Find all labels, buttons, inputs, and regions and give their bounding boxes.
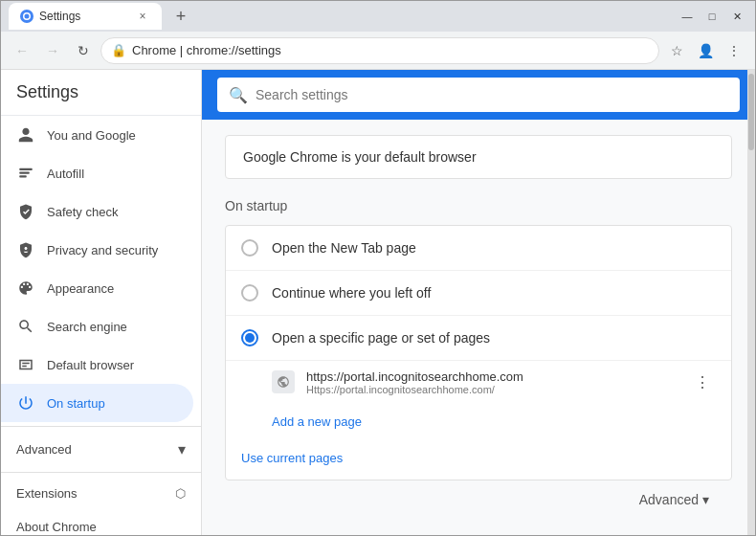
power-icon (16, 393, 35, 413)
sidebar-label-privacy-security: Privacy and security (47, 243, 158, 257)
url-favicon (272, 370, 295, 393)
add-new-page: Add a new page (226, 403, 731, 439)
sidebar-item-you-google[interactable]: You and Google (1, 116, 193, 154)
bottom-advanced-arrow[interactable]: ▾ (702, 492, 709, 507)
radio-option-continue[interactable]: Continue where you left off (226, 271, 731, 316)
radio-label-new-tab: Open the New Tab page (272, 240, 416, 256)
window-controls: — □ ✕ (677, 6, 747, 27)
svg-rect-1 (19, 172, 30, 174)
use-current-pages-link[interactable]: Use current pages (241, 451, 343, 465)
browser-icon (16, 355, 35, 374)
sidebar-label-safety-check: Safety check (47, 205, 118, 219)
browser-tab[interactable]: Settings × (9, 3, 162, 30)
bottom-advanced: Advanced ▾ (225, 480, 732, 519)
sidebar-divider-2 (1, 472, 201, 473)
nav-right-buttons: ☆ 👤 ⋮ (663, 37, 747, 64)
person-icon (16, 125, 35, 145)
startup-url-item: https://portal.incognitosearchhome.com H… (226, 361, 731, 403)
main-content: 🔍 Google Chrome is your default browser … (202, 70, 755, 535)
sidebar-label-default-browser: Default browser (47, 358, 134, 372)
shield-check-icon (16, 202, 35, 221)
url-info: https://portal.incognitosearchhome.com H… (306, 369, 678, 395)
sidebar-item-safety-check[interactable]: Safety check (1, 192, 193, 231)
sidebar-item-default-browser[interactable]: Default browser (1, 346, 193, 384)
radio-continue[interactable] (241, 284, 258, 302)
sidebar-item-on-startup[interactable]: On startup (1, 384, 193, 422)
autofill-icon (16, 164, 35, 183)
browser-frame: Settings × + — □ ✕ ← → ↻ 🔒 Chrome | chro… (0, 0, 756, 536)
tab-title: Settings (39, 10, 80, 23)
radio-specific[interactable] (241, 329, 258, 346)
bottom-advanced-label[interactable]: Advanced (639, 492, 699, 507)
new-tab-button[interactable]: + (169, 5, 192, 28)
sidebar-title: Settings (1, 70, 201, 116)
radio-new-tab[interactable] (241, 239, 258, 257)
close-tab-button[interactable]: × (135, 9, 150, 24)
bookmark-button[interactable]: ☆ (663, 37, 690, 64)
back-button[interactable]: ← (9, 37, 35, 64)
close-button[interactable]: ✕ (726, 6, 747, 27)
sidebar-label-autofill: Autofill (47, 167, 84, 181)
appearance-icon (16, 279, 35, 298)
profile-button[interactable]: 👤 (692, 37, 719, 64)
svg-rect-0 (19, 168, 33, 170)
reload-button[interactable]: ↻ (70, 37, 97, 64)
use-current-pages: Use current pages (226, 439, 731, 480)
sidebar-divider (1, 426, 201, 427)
shield-lock-icon (16, 240, 35, 259)
maximize-button[interactable]: □ (701, 6, 723, 27)
on-startup-title: On startup (225, 198, 732, 213)
url-main: https://portal.incognitosearchhome.com (306, 369, 678, 384)
url-sub: Https://portal.incognitosearchhome.com/ (306, 384, 678, 395)
default-browser-text: Google Chrome is your default browser (243, 149, 477, 165)
sidebar-advanced[interactable]: Advanced ▾ (1, 431, 201, 468)
default-browser-banner: Google Chrome is your default browser (225, 135, 732, 179)
search-input[interactable] (256, 87, 728, 102)
radio-option-new-tab[interactable]: Open the New Tab page (226, 226, 731, 271)
nav-bar: ← → ↻ 🔒 Chrome | chrome://settings ☆ 👤 ⋮ (1, 32, 755, 70)
title-bar-left: Settings × + (9, 3, 192, 30)
search-bar[interactable]: 🔍 (217, 78, 740, 112)
url-menu-button[interactable]: ⋮ (689, 368, 716, 395)
on-startup-section: On startup Open the New Tab page Continu… (225, 198, 732, 480)
external-link-icon: ⬡ (175, 486, 186, 501)
menu-button[interactable]: ⋮ (721, 37, 747, 64)
settings-body: Settings You and Google Autofill (1, 70, 755, 535)
content-area: Google Chrome is your default browser On… (202, 120, 755, 534)
sidebar-item-autofill[interactable]: Autofill (1, 154, 193, 192)
sidebar-item-appearance[interactable]: Appearance (1, 269, 193, 307)
minimize-button[interactable]: — (677, 6, 698, 27)
sidebar-extensions-label: Extensions (16, 486, 78, 501)
address-bar[interactable]: 🔒 Chrome | chrome://settings (100, 37, 659, 64)
lock-icon: 🔒 (111, 43, 126, 57)
scrollbar-thumb[interactable] (748, 74, 754, 150)
sidebar-label-appearance: Appearance (47, 281, 114, 296)
scrollbar[interactable] (747, 70, 755, 535)
sidebar-label-you-google: You and Google (47, 128, 136, 143)
radio-option-specific[interactable]: Open a specific page or set of pages (226, 316, 731, 361)
tab-favicon (20, 10, 33, 23)
title-bar: Settings × + — □ ✕ (1, 1, 755, 32)
radio-label-specific: Open a specific page or set of pages (272, 330, 490, 346)
sidebar-label-on-startup: On startup (47, 396, 105, 411)
sidebar-advanced-label: Advanced (16, 442, 72, 457)
forward-button[interactable]: → (39, 37, 66, 64)
sidebar: Settings You and Google Autofill (1, 70, 202, 535)
search-bar-container: 🔍 (202, 70, 755, 120)
sidebar-item-search-engine[interactable]: Search engine (1, 307, 193, 346)
startup-options: Open the New Tab page Continue where you… (225, 225, 732, 480)
sidebar-item-about[interactable]: About Chrome (1, 510, 201, 535)
radio-label-continue: Continue where you left off (272, 285, 431, 301)
search-icon: 🔍 (229, 86, 248, 104)
sidebar-label-search-engine: Search engine (47, 320, 127, 334)
search-icon (16, 317, 35, 336)
add-new-page-link[interactable]: Add a new page (272, 414, 362, 429)
advanced-arrow-icon: ▾ (178, 440, 186, 458)
sidebar-about-label: About Chrome (16, 520, 97, 534)
svg-rect-2 (19, 175, 27, 177)
sidebar-item-extensions[interactable]: Extensions ⬡ (1, 477, 201, 510)
sidebar-item-privacy-security[interactable]: Privacy and security (1, 231, 193, 269)
url-text: Chrome | chrome://settings (132, 43, 281, 57)
